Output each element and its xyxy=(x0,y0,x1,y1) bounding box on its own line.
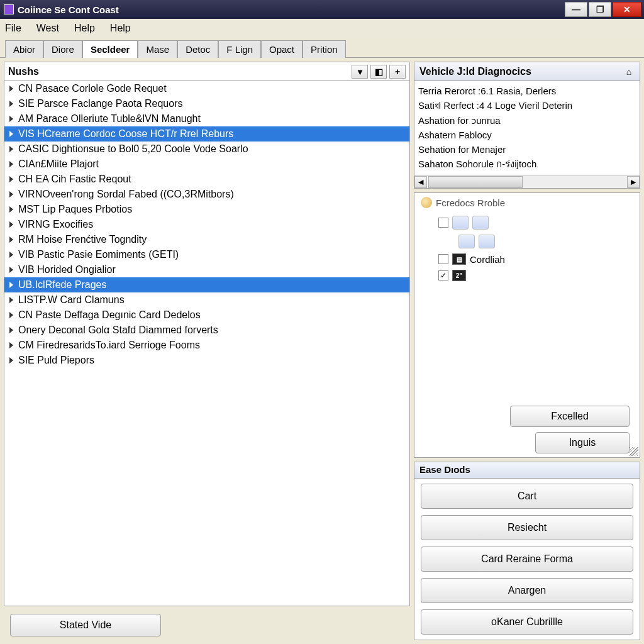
main-window: Coiince Se Cont Coast — ❐ ✕ File West He… xyxy=(0,0,644,644)
expand-caret-icon xyxy=(9,191,13,197)
nush-item[interactable]: VIRNOveen'rong Sordal Fabed ((CO,3RMitbo… xyxy=(4,187,409,202)
expand-caret-icon xyxy=(9,357,13,364)
window-title: Coiince Se Cont Coast xyxy=(18,4,119,15)
nushs-list[interactable]: CN Pasace Corlole Gode RequetSIE Parsce … xyxy=(4,81,409,606)
tab-opact[interactable]: Opact xyxy=(261,40,303,58)
scroll-right-icon[interactable]: ▶ xyxy=(627,176,640,188)
nush-item[interactable]: VIS HCreame Cordoc Coose HCT/r Rrel Rebu… xyxy=(4,126,409,142)
menu-file[interactable]: File xyxy=(5,23,21,34)
left-panel: Nushs ▾ ◧ + CN Pasace Corlole Gode Reque… xyxy=(4,62,410,640)
actions-box: Ease Dıods CartResiechtCard Reraine Form… xyxy=(414,462,640,640)
credocs-z-row: 2" xyxy=(438,270,633,281)
action-button-3[interactable]: Anargen xyxy=(421,578,633,603)
device-icon: ▤ xyxy=(452,253,466,265)
nush-item[interactable]: RM Hoise Frenćtive Togndity xyxy=(4,232,409,247)
nush-item[interactable]: MST Lip Paques Prbotios xyxy=(4,202,409,217)
car-icon-2[interactable] xyxy=(472,216,489,230)
nush-item-label: CN Pasace Corlole Gode Requet xyxy=(18,83,167,94)
nush-item[interactable]: CM FiredresaridsTo.iard Serrioge Fooms xyxy=(4,338,409,353)
inguis-button[interactable]: Inguis xyxy=(535,432,630,453)
tab-diore[interactable]: Diore xyxy=(43,40,82,58)
action-button-4[interactable]: oKaner Cubrillle xyxy=(421,609,633,635)
nushs-title: Nushs xyxy=(8,66,39,77)
tab-flign[interactable]: F Lign xyxy=(218,40,261,58)
nush-item[interactable]: SIE Puld Piepors xyxy=(4,353,409,368)
nush-item[interactable]: VIB Pastic Pasie Eomiments (GETI) xyxy=(4,247,409,262)
car-icon-4[interactable] xyxy=(479,235,495,248)
credocs-z-checkbox[interactable] xyxy=(438,270,448,280)
expand-caret-icon xyxy=(9,236,13,243)
diagnostics-list[interactable]: Terria Rerorct :6.1 Rasia, DerlersSatiধl… xyxy=(414,81,640,175)
menu-help-2[interactable]: Help xyxy=(110,23,131,34)
nush-item[interactable]: CASIC Dightionsue to Bol0 5,20 Coole Vod… xyxy=(4,142,409,157)
tab-strip: Abior Diore Secldeer Mase Detoc F Lign O… xyxy=(0,38,644,58)
diagnostics-line[interactable]: Ashation for ɔunrua xyxy=(418,113,636,128)
bottom-button-row: Stated Vide xyxy=(4,610,410,640)
nush-item-label: UB.IclRfede Prages xyxy=(18,279,107,291)
diagnostics-header: Vehicle J:ld Diagnocics ⌂ xyxy=(414,62,640,81)
cordliah-label: Cordliah xyxy=(470,254,505,265)
tab-secldeer[interactable]: Secldeer xyxy=(82,40,138,58)
nush-item-label: CH EA Cih Fastic Reqout xyxy=(18,174,131,185)
action-button-1[interactable]: Resiecht xyxy=(421,515,633,540)
tab-mase[interactable]: Mase xyxy=(138,40,177,58)
workspace: Nushs ▾ ◧ + CN Pasace Corlole Gode Reque… xyxy=(0,58,644,644)
nush-item[interactable]: CIAn£Miite Plajort xyxy=(4,157,409,172)
nushs-dropdown-button[interactable]: ▾ xyxy=(352,65,368,79)
minimize-button[interactable]: — xyxy=(565,2,587,17)
action-button-2[interactable]: Card Reraine Forma xyxy=(421,547,633,572)
nush-item-label: RM Hoise Frenćtive Togndity xyxy=(18,234,147,245)
diagnostics-line[interactable]: Satiধl Rerfect :4 4 Loge Vieril Deterin xyxy=(418,98,636,113)
expand-caret-icon xyxy=(9,267,13,273)
fxcelled-button[interactable]: Fxcelled xyxy=(510,406,630,427)
credocs-cars-row-2 xyxy=(458,235,633,248)
nush-item[interactable]: SIE Parsce Faclange Paota Requors xyxy=(4,96,409,111)
nush-item[interactable]: VIB Horided Ongialior xyxy=(4,262,409,277)
nushs-add-button[interactable]: + xyxy=(389,65,406,79)
nush-item[interactable]: UB.IclRfede Prages xyxy=(4,277,409,292)
credocs-title: Fcredocs Rroble xyxy=(421,197,633,208)
expand-caret-icon xyxy=(9,206,13,213)
menu-help-1[interactable]: Help xyxy=(74,23,95,34)
z-icon: 2" xyxy=(452,270,466,281)
diagnostics-hscroll[interactable]: ◀ ▶ xyxy=(414,175,640,188)
nushs-user-button[interactable]: ◧ xyxy=(370,65,387,79)
maximize-button[interactable]: ❐ xyxy=(589,2,611,17)
diagnostics-line[interactable]: Ashatern Fablocy xyxy=(418,128,636,142)
expand-caret-icon xyxy=(9,342,13,348)
expand-caret-icon xyxy=(9,161,13,167)
diagnostics-line[interactable]: Sehation for Menajer xyxy=(418,142,636,157)
nush-item[interactable]: AM Parace Olleriute Tuble&lVN Manught xyxy=(4,111,409,126)
nush-item[interactable]: VIRNG Exocifies xyxy=(4,217,409,232)
nush-item-label: Onery Deconal Golα Stafd Diammed forvert… xyxy=(18,325,218,336)
tab-prition[interactable]: Prition xyxy=(303,40,346,58)
action-button-0[interactable]: Cart xyxy=(421,484,633,509)
nush-item[interactable]: Onery Deconal Golα Stafd Diammed forvert… xyxy=(4,323,409,338)
nush-item[interactable]: CN Pasace Corlole Gode Requet xyxy=(4,81,409,96)
expand-caret-icon xyxy=(9,297,13,303)
scroll-left-icon[interactable]: ◀ xyxy=(414,176,427,188)
credocs-cars-checkbox[interactable] xyxy=(438,218,448,228)
menu-west[interactable]: West xyxy=(36,23,59,34)
diagnostics-line[interactable]: Sahaton Sohorule ก-ร่งijtoch xyxy=(418,157,636,171)
nush-item[interactable]: CH EA Cih Fastic Reqout xyxy=(4,172,409,187)
nush-item-label: CN Paste Deffaga Degınic Card Dedelos xyxy=(18,309,201,321)
diagnostics-line[interactable]: Terria Rerorct :6.1 Rasia, Derlers xyxy=(418,84,636,98)
title-bar: Coiince Se Cont Coast — ❐ ✕ xyxy=(0,0,644,19)
car-icon-3[interactable] xyxy=(458,235,475,248)
car-icon-1[interactable] xyxy=(452,216,469,230)
scroll-track[interactable] xyxy=(523,176,627,188)
resize-grip-icon[interactable] xyxy=(630,447,638,456)
stated-vide-button[interactable]: Stated Vide xyxy=(10,614,161,636)
home-icon[interactable]: ⌂ xyxy=(623,66,635,77)
tab-abior[interactable]: Abior xyxy=(5,40,43,58)
nush-item[interactable]: CN Paste Deffaga Degınic Card Dedelos xyxy=(4,308,409,323)
scroll-thumb[interactable] xyxy=(428,176,523,188)
close-button[interactable]: ✕ xyxy=(613,2,641,17)
credocs-cordliah-checkbox[interactable] xyxy=(438,254,448,264)
tab-detoc[interactable]: Detoc xyxy=(177,40,218,58)
right-panel: Vehicle J:ld Diagnocics ⌂ Terria Rerorct… xyxy=(414,62,640,640)
expand-caret-icon xyxy=(9,116,13,122)
nush-item-label: SIE Parsce Faclange Paota Requors xyxy=(18,98,182,109)
nush-item[interactable]: LISTP.W Card Clamuns xyxy=(4,292,409,308)
